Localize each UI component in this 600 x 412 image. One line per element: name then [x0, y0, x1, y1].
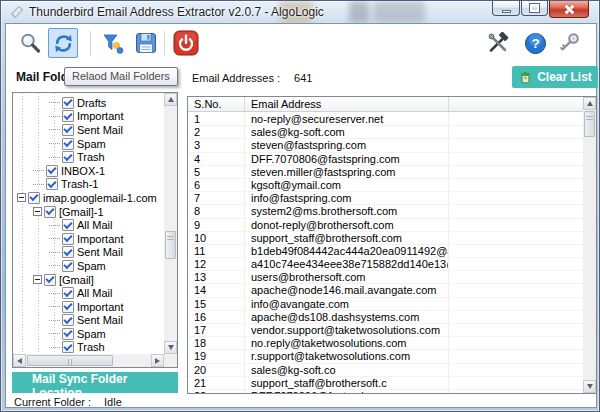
close-button[interactable] [549, 1, 589, 18]
email-row[interactable]: 11 b1deb49f084442ac444a20ea0911492@autho… [188, 245, 584, 258]
folder-tree-item[interactable]: Important [13, 110, 164, 124]
arrow-down-icon [587, 384, 593, 389]
folder-tree-item[interactable]: [Gmail] [13, 273, 164, 287]
email-row[interactable]: 2 sales@kg-soft.com [188, 126, 584, 139]
email-row[interactable]: 15 info@avangate.com [188, 298, 584, 311]
folder-checkbox[interactable] [46, 165, 58, 177]
collapse-expander-icon[interactable] [17, 193, 26, 202]
email-row[interactable]: 7 info@fastspring.com [188, 192, 584, 205]
email-row[interactable]: 4 DFF.7070806@fastspring.com [188, 153, 584, 166]
folder-checkbox[interactable] [62, 124, 74, 136]
folder-checkbox[interactable] [44, 206, 56, 218]
settings-button[interactable] [484, 29, 512, 57]
folder-checkbox[interactable] [44, 274, 56, 286]
folder-checkbox[interactable] [28, 192, 40, 204]
folder-checkbox[interactable] [62, 138, 74, 150]
column-header-email[interactable]: Email Address [245, 97, 449, 111]
folder-checkbox[interactable] [46, 178, 58, 190]
scroll-left-button[interactable] [13, 354, 26, 367]
folder-tree-item[interactable]: Trash [13, 150, 164, 164]
email-row[interactable]: 22 DFF.7070806@fastspring.com [188, 390, 584, 394]
tree-horizontal-scrollbar[interactable] [13, 354, 164, 367]
folder-tree-item[interactable]: Spam [13, 259, 164, 273]
scroll-thumb[interactable] [27, 355, 113, 366]
email-row[interactable]: 8 system2@ms.brothersoft.com [188, 205, 584, 218]
exit-button[interactable] [172, 29, 200, 57]
folder-tree-item[interactable]: INBOX-1 [13, 164, 164, 178]
scroll-down-button[interactable] [164, 341, 177, 354]
folder-tree-item[interactable]: Sent Mail [13, 246, 164, 260]
reload-mail-folders-button[interactable] [48, 28, 78, 58]
save-icon [134, 31, 158, 55]
row-number: 17 [188, 324, 245, 336]
folder-tree-item[interactable]: All Mail [13, 218, 164, 232]
email-row[interactable]: 19 r.support@taketwosolutions.com [188, 350, 584, 363]
folder-checkbox[interactable] [62, 233, 74, 245]
register-key-button[interactable] [555, 29, 583, 57]
folder-tree-item[interactable]: Spam [13, 327, 164, 341]
email-row[interactable]: 21 support_staff@brothersoft.c [188, 377, 584, 390]
clear-list-button[interactable]: Clear List [512, 66, 598, 88]
folder-tree-item[interactable]: Trash-1 [13, 178, 164, 192]
folder-tree-item[interactable]: [Gmail]-1 [13, 205, 164, 219]
maximize-button[interactable] [521, 1, 548, 16]
email-row[interactable]: 18 no.reply@taketwosolutions.com [188, 337, 584, 350]
tree-vertical-scrollbar[interactable] [164, 93, 177, 354]
folder-tree-item[interactable]: Trash [13, 341, 164, 354]
mail-sync-folder-location-button[interactable]: Mail Sync Folder Location [12, 372, 178, 393]
email-row[interactable]: 17 vendor.support@taketwosolutions.com [188, 324, 584, 337]
filter-button[interactable] [98, 29, 126, 57]
folder-tree-item[interactable]: Drafts [13, 96, 164, 110]
scroll-up-button[interactable] [164, 93, 177, 106]
email-row[interactable]: 9 donot-reply@brothersoft.com [188, 219, 584, 232]
folder-tree-item[interactable]: All Mail [13, 286, 164, 300]
email-row[interactable]: 16 apache@ds108.dashsystems.com [188, 311, 584, 324]
folder-checkbox[interactable] [62, 301, 74, 313]
email-row[interactable]: 20 sales@kg-soft.co [188, 364, 584, 377]
email-row[interactable]: 6 kgsoft@ymail.com [188, 179, 584, 192]
email-row[interactable]: 10 support_staff@brothersoft.com [188, 232, 584, 245]
column-header-sno[interactable]: S.No. [188, 97, 245, 111]
row-number: 11 [188, 245, 245, 257]
folder-checkbox[interactable] [62, 246, 74, 258]
folder-checkbox[interactable] [62, 110, 74, 122]
email-row[interactable]: 14 apache@node146.mail.avangate.com [188, 284, 584, 297]
folder-checkbox[interactable] [62, 287, 74, 299]
window-title: Thunderbird Email Address Extractor v2.0… [29, 5, 324, 19]
scroll-right-button[interactable] [151, 354, 164, 367]
folder-checkbox[interactable] [62, 328, 74, 340]
scroll-up-button[interactable] [583, 97, 596, 110]
email-row[interactable]: 1 no-reply@secureserver.net [188, 113, 584, 126]
collapse-expander-icon[interactable] [33, 207, 42, 216]
scroll-down-button[interactable] [583, 380, 596, 393]
email-row[interactable]: 3 steven@fastspring.com [188, 139, 584, 152]
folder-tree-item[interactable]: Important [13, 300, 164, 314]
table-vertical-scrollbar[interactable] [583, 97, 596, 393]
scroll-thumb[interactable] [165, 231, 176, 259]
folder-tree-item[interactable]: Important [13, 232, 164, 246]
save-button[interactable] [132, 29, 160, 57]
email-address: no.reply@taketwosolutions.com [245, 337, 449, 349]
email-row[interactable]: 13 users@brothersoft.com [188, 271, 584, 284]
email-row[interactable]: 5 steven.miller@fastspring.com [188, 166, 584, 179]
collapse-expander-icon[interactable] [33, 275, 42, 284]
email-address: apache@node146.mail.avangate.com [245, 284, 449, 296]
minimize-button[interactable] [492, 1, 520, 16]
status-bar: Current Folder : Idle [14, 396, 122, 408]
email-row[interactable]: 12 a410c74ee434eee38e715882dd140e13@auth… [188, 258, 584, 271]
folder-tree-item[interactable]: imap.googlemail-1.com [13, 191, 164, 205]
folder-checkbox[interactable] [62, 341, 74, 353]
folder-tree-item[interactable]: Spam [13, 137, 164, 151]
help-button[interactable]: ? [521, 29, 549, 57]
title-bar[interactable]: Thunderbird Email Address Extractor v2.0… [1, 1, 599, 23]
folder-label: All Mail [77, 287, 112, 299]
folder-checkbox[interactable] [62, 314, 74, 326]
scroll-thumb[interactable] [584, 111, 595, 137]
folder-checkbox[interactable] [62, 219, 74, 231]
folder-checkbox[interactable] [62, 151, 74, 163]
folder-tree-item[interactable]: Sent Mail [13, 123, 164, 137]
folder-checkbox[interactable] [62, 97, 74, 109]
folder-tree-item[interactable]: Sent Mail [13, 314, 164, 328]
search-button[interactable] [16, 29, 44, 57]
folder-checkbox[interactable] [62, 260, 74, 272]
